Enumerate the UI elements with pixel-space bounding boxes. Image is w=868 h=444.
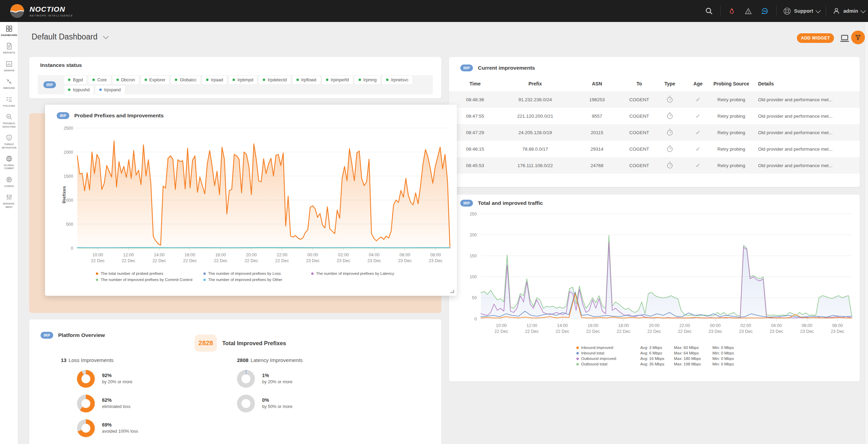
instance-name: Bgpd xyxy=(73,78,83,82)
traffic-widget: IRP Total and improved traffic Mbps 0501… xyxy=(449,195,860,382)
cell-time: 08:48:36 xyxy=(449,91,501,108)
report-icon xyxy=(5,43,13,50)
sidebar-item-inbound[interactable]: INBOUND xyxy=(0,75,18,92)
sidebar-item-dashboard[interactable]: DASHBOARD xyxy=(0,22,18,39)
cell-probing-source: Retry probing xyxy=(710,157,753,174)
column-header[interactable]: Prefix xyxy=(501,76,569,91)
sidebar-item-trouble-shooting[interactable]: TROUBLE-SHOOTING xyxy=(0,110,18,131)
column-header[interactable]: Type xyxy=(654,76,686,91)
instance-name: Irpaad xyxy=(211,78,223,82)
filter-button[interactable] xyxy=(851,31,865,44)
improvements-table: TimePrefixASNToTypeAgeProbing SourceDeta… xyxy=(449,76,860,174)
display-mode-button[interactable] xyxy=(839,34,850,43)
instance-pill: Irppushd xyxy=(64,86,93,94)
sidebar-item-graphs[interactable]: GRAPHS xyxy=(0,57,18,75)
brand-tagline: NETWORK INTELLIGENCE xyxy=(30,14,73,17)
brand-logo[interactable]: NOCTION NETWORK INTELLIGENCE xyxy=(10,3,73,19)
instance-name: Irpinperfd xyxy=(331,78,349,82)
status-dot xyxy=(296,79,299,81)
svg-text:14:00: 14:00 xyxy=(154,253,165,257)
irp-badge: IRP xyxy=(43,81,56,88)
donut-hole xyxy=(241,374,250,383)
column-header[interactable]: Probing Source xyxy=(710,76,753,91)
table-row[interactable]: 08:45:53176.111.108.0/2224768COGENT✓Retr… xyxy=(449,157,860,174)
probed-prefixes-widget[interactable]: IRP Probed Prefixes and Improvements Pre… xyxy=(45,105,457,296)
user-menu[interactable]: admin xyxy=(832,7,865,15)
donut-chart xyxy=(237,395,255,412)
donut-chart xyxy=(237,370,255,388)
widget-title: Probed Prefixes and Improvements xyxy=(74,113,164,119)
cell-type xyxy=(654,124,686,141)
sidebar-item-reports[interactable]: REPORTS xyxy=(0,39,18,57)
table-row[interactable]: 08:47:2924.205.128.0/1920115COGENT✓Retry… xyxy=(449,124,860,141)
support-menu[interactable]: Support xyxy=(783,7,820,15)
resize-handle-icon[interactable] xyxy=(450,290,454,293)
legend-dot xyxy=(576,352,579,354)
svg-text:18:00: 18:00 xyxy=(618,323,629,328)
svg-text:04:00: 04:00 xyxy=(771,323,782,328)
support-label: Support xyxy=(794,8,813,14)
add-widget-button[interactable]: ADD WIDGET xyxy=(797,33,834,43)
navbar-divider xyxy=(720,6,721,16)
legend-dot xyxy=(96,272,98,275)
donut-percentage: 92% xyxy=(102,373,112,378)
legend-stat-min: Min: 0 Mbps xyxy=(712,351,743,355)
navbar-divider xyxy=(776,6,777,16)
table-row[interactable]: 08:48:3691.232.238.0/24198253COGENT✓Retr… xyxy=(449,91,860,108)
legend-stat-max: Max: 60 Mbps xyxy=(674,346,712,350)
cell-probing-source: Retry probing xyxy=(710,124,753,141)
policies-icon xyxy=(5,96,13,103)
chat-icon[interactable] xyxy=(760,6,770,16)
warnings-triangle-icon[interactable] xyxy=(743,6,754,16)
management-icon xyxy=(5,194,13,201)
table-row[interactable]: 08:47:55221.120.200.0/219557COGENT✓Retry… xyxy=(449,108,860,124)
sidebar-item-label: CONFIG xyxy=(4,185,14,188)
search-icon[interactable] xyxy=(704,6,714,16)
legend-dot xyxy=(576,347,579,349)
svg-text:16:00: 16:00 xyxy=(588,323,598,328)
sidebar-item-config[interactable]: CONFIG xyxy=(0,173,18,190)
donut-hole xyxy=(241,399,250,408)
legend-stat-min: Min: 0 Mbps xyxy=(712,357,743,361)
column-header[interactable]: To xyxy=(625,76,654,91)
column-header[interactable]: ASN xyxy=(569,76,625,91)
legend-item: The number of improved prefixes by Commi… xyxy=(96,278,203,282)
svg-text:23 Dec: 23 Dec xyxy=(429,258,442,263)
globe-icon xyxy=(5,155,13,162)
user-icon xyxy=(832,7,841,15)
page-scrollbar[interactable] xyxy=(865,22,868,444)
check-icon: ✓ xyxy=(696,96,700,103)
cell-details: Old provider and performance met... xyxy=(753,141,860,157)
alerts-flame-icon[interactable] xyxy=(727,6,737,16)
legend-stat-avg: Avg: 6 Mbps xyxy=(640,351,674,355)
column-header[interactable]: Age xyxy=(686,76,710,91)
svg-text:500: 500 xyxy=(66,222,73,227)
sidebar-item-threat-mitigation[interactable]: THREATMITIGATION xyxy=(0,131,18,152)
stopwatch-icon xyxy=(666,112,674,120)
donut-percentage: 62% xyxy=(102,397,112,403)
column-header[interactable]: Time xyxy=(449,76,501,91)
svg-text:22 Dec: 22 Dec xyxy=(495,329,508,334)
sidebar-item-label: GLOBALCOMMIT xyxy=(4,164,14,170)
traffic-chart: 05010015020025010:0022 Dec12:0022 Dec14:… xyxy=(449,210,860,341)
svg-text:22 Dec: 22 Dec xyxy=(647,329,661,334)
donut-chart xyxy=(77,370,95,388)
sidebar-item-global-commit[interactable]: GLOBALCOMMIT xyxy=(0,152,18,173)
svg-text:04:00: 04:00 xyxy=(369,253,380,257)
status-dot xyxy=(175,79,177,81)
status-dot xyxy=(68,79,70,81)
instance-name: Irpdetectd xyxy=(268,78,287,82)
instance-name: Dbcron xyxy=(121,78,135,82)
sidebar-item-policies[interactable]: POLICIES xyxy=(0,93,18,110)
chevron-down-icon xyxy=(815,8,821,13)
legend-dot xyxy=(96,279,98,281)
svg-text:00:00: 00:00 xyxy=(307,253,318,257)
dashboard-selector[interactable]: Default Dashboard xyxy=(32,32,107,42)
sidebar-item-manage-ment[interactable]: MANAGE-MENT xyxy=(0,190,18,211)
status-dot xyxy=(145,79,147,81)
column-header[interactable]: Details xyxy=(753,76,860,91)
table-row[interactable]: 08:46:1578.88.0.0/1729314COGENT✓Retry pr… xyxy=(449,141,860,157)
instance-pill-list: BgpdCoreDbcronExplorerGlobalccIrpaadIrpb… xyxy=(64,76,421,94)
legend-label: The number of improved prefixes by Loss xyxy=(208,271,281,276)
svg-text:06:00: 06:00 xyxy=(399,253,410,257)
